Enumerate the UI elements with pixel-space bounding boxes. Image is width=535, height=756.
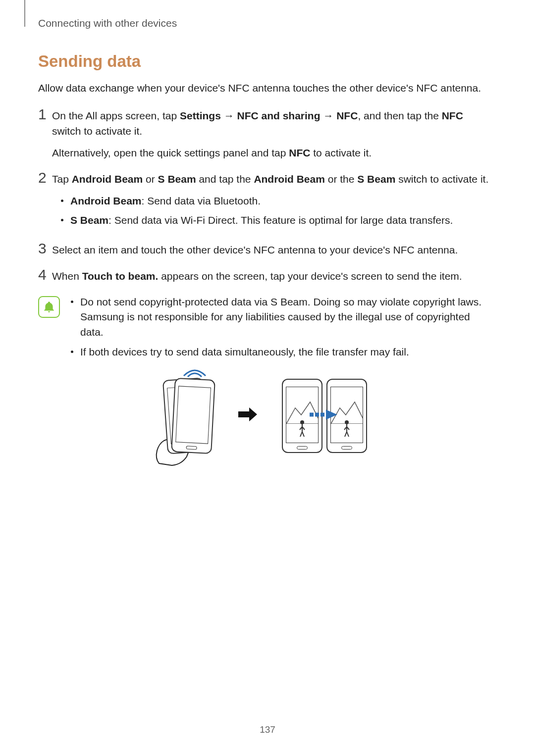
- page-content: Sending data Allow data exchange when yo…: [38, 52, 493, 453]
- text: switch to activate it.: [395, 173, 488, 185]
- bold-nfc-switch: NFC: [442, 110, 463, 121]
- text: appears on the screen, tap your device's…: [158, 270, 462, 282]
- text: When: [52, 270, 82, 282]
- transfer-phones-illustration: [282, 379, 367, 453]
- right-arrow-icon: [237, 406, 258, 425]
- note-bullet-simultaneous: If both devices try to send data simulta…: [71, 345, 493, 359]
- svg-point-2: [345, 420, 349, 424]
- svg-rect-3: [310, 412, 314, 416]
- text: Alternatively, open the quick settings p…: [52, 147, 289, 158]
- nfc-illustration: [38, 379, 493, 453]
- text: , and then tap the: [358, 110, 441, 121]
- step-body: When Touch to beam. appears on the scree…: [52, 269, 493, 284]
- bold-nfc: NFC: [336, 110, 358, 121]
- text: to activate it.: [310, 147, 372, 158]
- nfc-waves-icon: [180, 361, 210, 380]
- transfer-arrow-icon: [310, 408, 339, 423]
- text: If both devices try to send data simulta…: [80, 345, 409, 359]
- svg-rect-4: [315, 412, 319, 416]
- bold-android-beam: Android Beam: [254, 173, 325, 185]
- step-4: 4 When Touch to beam. appears on the scr…: [38, 269, 493, 284]
- bold-s-beam: S Beam: [357, 173, 395, 185]
- bold-android-beam: Android Beam: [72, 173, 143, 185]
- note-box: Do not send copyright-protected data via…: [38, 295, 493, 365]
- bold-settings: Settings: [180, 110, 221, 121]
- bullet-dot-icon: [71, 351, 73, 353]
- page-number: 137: [260, 724, 275, 735]
- text: Tap: [52, 173, 72, 185]
- text: : Send data via Bluetooth.: [142, 195, 261, 206]
- page-margin-rule: [24, 0, 25, 27]
- svg-point-1: [300, 420, 304, 424]
- phone-front-icon: [171, 378, 215, 454]
- bullet-dot-icon: [71, 301, 73, 303]
- step-number: 3: [38, 241, 52, 256]
- breadcrumb: Connecting with other devices: [38, 17, 177, 29]
- step-body: Tap Android Beam or S Beam and tap the A…: [52, 172, 493, 232]
- bullet-s-beam: S Beam: Send data via Wi-Fi Direct. This…: [61, 213, 493, 228]
- note-bell-icon: [38, 296, 60, 318]
- step-number: 4: [38, 267, 52, 282]
- step-body: Select an item and touch the other devic…: [52, 243, 493, 257]
- bold-touch-to-beam: Touch to beam.: [82, 270, 159, 282]
- text: or: [143, 173, 158, 185]
- svg-rect-5: [321, 412, 324, 416]
- text: or the: [325, 173, 357, 185]
- bold-android-beam: Android Beam: [70, 195, 142, 206]
- section-title: Sending data: [38, 52, 493, 71]
- text: : Send data via Wi-Fi Direct. This featu…: [108, 214, 453, 226]
- bullet-android-beam: Android Beam: Send data via Bluetooth.: [61, 194, 493, 208]
- bold-nfc: NFC: [289, 147, 310, 158]
- step-body: On the All apps screen, tap Settings → N…: [52, 108, 493, 160]
- text: switch to activate it.: [52, 125, 142, 137]
- text: Select an item and touch the other devic…: [52, 243, 493, 257]
- section-intro: Allow data exchange when your device's N…: [38, 81, 493, 96]
- step-number: 2: [38, 170, 52, 185]
- step-2: 2 Tap Android Beam or S Beam and tap the…: [38, 172, 493, 232]
- note-bullet-copyright: Do not send copyright-protected data via…: [71, 295, 493, 340]
- bold-s-beam: S Beam: [158, 173, 196, 185]
- bullet-dot-icon: [61, 219, 63, 221]
- bold-s-beam: S Beam: [70, 214, 108, 226]
- arrow-icon: →: [321, 110, 337, 121]
- note-body: Do not send copyright-protected data via…: [71, 295, 493, 365]
- bold-nfc-sharing: NFC and sharing: [237, 110, 321, 121]
- text: On the All apps screen, tap: [52, 110, 180, 121]
- text: Do not send copyright-protected data via…: [80, 295, 493, 340]
- step-number: 1: [38, 107, 52, 122]
- text: and tap the: [196, 173, 254, 185]
- bullet-dot-icon: [61, 200, 63, 202]
- touch-phone-illustration: [165, 379, 214, 453]
- step-3: 3 Select an item and touch the other dev…: [38, 243, 493, 257]
- step-1: 1 On the All apps screen, tap Settings →…: [38, 108, 493, 160]
- arrow-icon: →: [221, 110, 237, 121]
